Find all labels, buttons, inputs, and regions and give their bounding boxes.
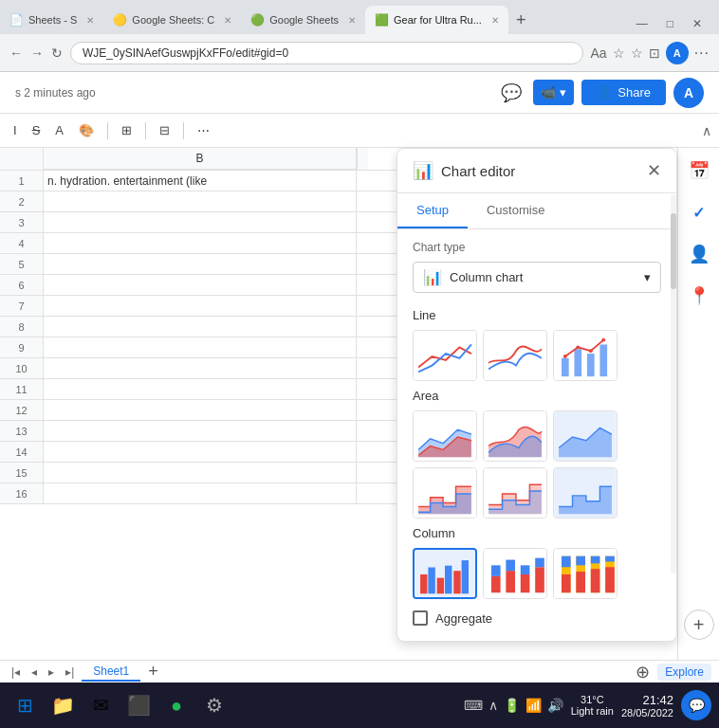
line-smooth-thumb[interactable] (483, 330, 547, 381)
chart-editor-close-button[interactable]: ✕ (647, 162, 661, 179)
cell-b16[interactable] (44, 483, 357, 503)
sheet-scroll-next-button[interactable]: ▸ (45, 665, 58, 679)
svg-point-9 (589, 349, 593, 353)
cell-b5[interactable] (44, 254, 357, 274)
area-6-thumb[interactable] (553, 467, 618, 519)
cell-b9[interactable] (44, 337, 357, 357)
meet-button[interactable]: 📹 ▾ (533, 80, 574, 105)
up-arrow-icon[interactable]: ∧ (489, 698, 498, 713)
cell-b4[interactable] (44, 233, 357, 253)
close-button[interactable]: ✕ (685, 13, 710, 34)
area-4-thumb[interactable] (413, 467, 477, 519)
add-chart-button[interactable]: ⊕ (636, 662, 650, 682)
svg-rect-19 (428, 568, 434, 594)
browser-tab-1[interactable]: 📄 Sheets - S ✕ (0, 6, 103, 34)
line-basic-thumb[interactable] (413, 330, 477, 381)
cell-b10[interactable] (44, 358, 357, 378)
bookmark-icon[interactable]: ☆ (631, 46, 643, 61)
sheet-tab-1[interactable]: Sheet1 (82, 663, 140, 682)
chart-type-select[interactable]: 📊 Column chart ▾ (413, 262, 661, 293)
collections-icon[interactable]: ⊡ (649, 46, 660, 61)
browser-tab-4[interactable]: 🟩 Gear for Ultra Ru... ✕ (365, 6, 508, 34)
toolbar-collapse-button[interactable]: ∧ (702, 123, 711, 138)
cell-b13[interactable] (44, 421, 357, 441)
cell-b11[interactable] (44, 379, 357, 399)
italic-button[interactable]: I (8, 120, 23, 140)
taskbar-chat-button[interactable]: 💬 (681, 690, 711, 720)
volume-icon: 🔊 (547, 698, 563, 713)
chart-tab-customise[interactable]: Customise (468, 193, 563, 228)
cell-b14[interactable] (44, 442, 357, 462)
profile-avatar[interactable]: A (666, 42, 689, 64)
sidebar-icon-maps[interactable]: 📍 (684, 281, 714, 311)
add-sheet-button[interactable]: + (144, 662, 162, 682)
browser-tab-2[interactable]: 🟡 Google Sheets: C ✕ (103, 6, 241, 34)
back-icon[interactable]: ← (9, 46, 23, 61)
browser-tab-3[interactable]: 🟢 Google Sheets ✕ (241, 6, 365, 34)
area-3-thumb[interactable] (553, 410, 618, 462)
tab-4-label: Gear for Ultra Ru... (394, 14, 482, 26)
svg-rect-25 (491, 576, 501, 592)
svg-rect-44 (605, 567, 615, 592)
tab-3-close[interactable]: ✕ (348, 15, 356, 26)
taskbar-spotify-icon[interactable]: ● (159, 688, 194, 722)
sidebar-icon-tasks[interactable]: ✓ (684, 197, 714, 228)
cell-b2[interactable] (44, 191, 357, 211)
col-header-b[interactable]: B (44, 148, 357, 170)
minimize-button[interactable]: — (629, 13, 655, 34)
merge-button[interactable]: ⊟ (154, 120, 175, 140)
more-formats-button[interactable]: ⋯ (192, 120, 215, 140)
column-basic-thumb[interactable] (413, 548, 477, 599)
cell-b15[interactable] (44, 463, 357, 482)
forward-icon[interactable]: → (30, 46, 44, 61)
line-column-thumb[interactable] (553, 330, 618, 381)
row-num: 3 (0, 212, 44, 232)
address-input[interactable]: WJE_0ySINAefGuswpjKxFFo/edit#gid=0 (70, 42, 583, 64)
read-mode-icon[interactable]: Aa (591, 46, 607, 61)
new-tab-button[interactable]: + (508, 6, 534, 34)
taskbar-start-button[interactable]: ⊞ (8, 688, 42, 722)
cell-b3[interactable] (44, 212, 357, 232)
star-icon[interactable]: ☆ (613, 46, 625, 61)
scrollbar-thumb[interactable] (671, 213, 676, 289)
cell-b12[interactable] (44, 400, 357, 420)
cell-b1[interactable]: n. hydration. entertainment (like (44, 171, 357, 191)
battery-icon: 🔋 (504, 698, 520, 713)
comments-button[interactable]: 💬 (497, 79, 525, 107)
sheet-scroll-left-button[interactable]: |◂ (8, 665, 24, 679)
cell-b7[interactable] (44, 296, 357, 316)
sidebar-icon-calendar[interactable]: 📅 (684, 155, 714, 186)
fill-color-button[interactable]: 🎨 (73, 120, 100, 140)
sheet-scroll-right-button[interactable]: ▸| (62, 665, 78, 679)
explore-button[interactable]: Explore (657, 664, 711, 681)
cell-b8[interactable] (44, 317, 357, 337)
chart-tab-setup[interactable]: Setup (397, 193, 468, 228)
area-1-thumb[interactable] (413, 410, 477, 462)
cell-b6[interactable] (44, 275, 357, 295)
taskbar-mail-icon[interactable]: ✉ (83, 688, 118, 722)
maximize-button[interactable]: □ (659, 13, 681, 34)
aggregate-checkbox[interactable] (413, 610, 428, 626)
borders-button[interactable]: ⊞ (116, 120, 138, 140)
more-options-button[interactable]: ··· (694, 45, 710, 62)
tab-2-close[interactable]: ✕ (224, 15, 231, 26)
area-2-thumb[interactable] (483, 410, 547, 462)
tab-4-close[interactable]: ✕ (491, 15, 499, 26)
column-stacked-thumb[interactable] (483, 548, 547, 599)
user-avatar[interactable]: A (673, 78, 704, 108)
column-percent-thumb[interactable] (553, 548, 618, 599)
sheet-scroll-prev-button[interactable]: ◂ (28, 665, 41, 679)
tab-1-close[interactable]: ✕ (86, 15, 94, 26)
taskbar-office-icon[interactable]: ⬛ (121, 688, 156, 722)
taskbar-file-manager-icon[interactable]: 📁 (46, 688, 80, 722)
chart-type-icon: 📊 (423, 268, 442, 286)
sidebar-icon-add[interactable]: + (684, 610, 714, 640)
text-color-button[interactable]: A (49, 120, 69, 140)
refresh-icon[interactable]: ↻ (51, 46, 63, 61)
share-button[interactable]: 👤 Share (581, 80, 666, 105)
sidebar-icon-contacts[interactable]: 👤 (684, 239, 714, 269)
taskbar-settings-icon[interactable]: ⚙ (197, 688, 231, 722)
strikethrough-button[interactable]: S (27, 120, 46, 140)
chart-editor-scrollbar[interactable] (671, 194, 676, 573)
area-5-thumb[interactable] (483, 467, 547, 519)
